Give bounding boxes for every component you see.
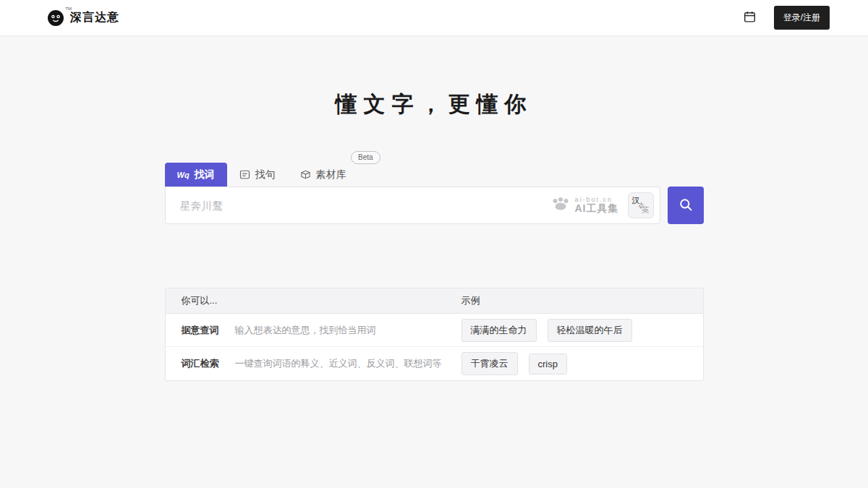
lang-toggle-button[interactable]: 汉 ⇄ 英 [628, 192, 654, 218]
feature-desc: 一键查询词语的释义、近义词、反义词、联想词等 [235, 357, 442, 370]
table-row: 据意查词 输入想表达的意思，找到恰当用词 满满的生命力 轻松温暖的午后 [166, 314, 703, 347]
hero-title: 懂文字，更懂你 [0, 90, 868, 119]
search-box: ai-bot.cn AI工具集 汉 ⇄ 英 [165, 187, 660, 224]
search-icon [678, 197, 693, 214]
watermark-text: ai-bot.cn AI工具集 [575, 197, 619, 214]
tab-find-sentence[interactable]: 找句 [227, 163, 288, 187]
header-capabilities: 你可以... [166, 294, 461, 307]
brand[interactable]: TM 深言达意 [47, 9, 119, 27]
search-section: Wq 找词 找句 [165, 163, 704, 381]
example-chip[interactable]: crisp [529, 354, 567, 374]
trademark-label: TM [65, 7, 72, 11]
brand-logo-icon: TM [47, 9, 64, 27]
header-examples: 示例 [461, 294, 703, 307]
material-library-icon [300, 169, 311, 180]
tab-material-library[interactable]: 素材库 Beta [288, 163, 359, 187]
tab-material-library-label: 素材库 [316, 168, 346, 181]
feature-name: 据意查词 [182, 324, 219, 337]
feature-name: 词汇检索 [182, 357, 219, 370]
paw-icon [550, 197, 571, 214]
example-chip[interactable]: 满满的生命力 [461, 319, 537, 342]
calendar-button[interactable] [742, 10, 758, 26]
calendar-icon [744, 11, 756, 25]
navbar: TM 深言达意 登录/注册 [0, 0, 868, 36]
search-row: ai-bot.cn AI工具集 汉 ⇄ 英 [165, 187, 704, 224]
find-sentence-icon [239, 169, 250, 180]
find-word-icon: Wq [177, 171, 190, 179]
table-header: 你可以... 示例 [166, 288, 703, 314]
help-table: 你可以... 示例 据意查词 输入想表达的意思，找到恰当用词 满满的生命力 轻松… [165, 288, 704, 381]
example-chip[interactable]: 干霄凌云 [461, 352, 518, 375]
aibot-watermark: ai-bot.cn AI工具集 [550, 197, 619, 214]
tab-find-word-label: 找词 [195, 168, 215, 181]
lang-to-label: 英 [642, 205, 650, 215]
nav-right: 登录/注册 [742, 6, 830, 30]
brand-name: 深言达意 [70, 10, 119, 25]
tab-find-word[interactable]: Wq 找词 [165, 163, 227, 187]
beta-badge: Beta [351, 151, 380, 164]
feature-desc: 输入想表达的意思，找到恰当用词 [235, 324, 376, 337]
tabs: Wq 找词 找句 [165, 163, 704, 187]
login-register-button[interactable]: 登录/注册 [774, 6, 830, 30]
tab-find-sentence-label: 找句 [255, 168, 276, 181]
main-content: 懂文字，更懂你 Wq 找词 找句 [0, 90, 868, 381]
search-button[interactable] [668, 187, 704, 224]
example-chip[interactable]: 轻松温暖的午后 [548, 319, 632, 342]
search-input[interactable] [166, 187, 550, 223]
table-row: 词汇检索 一键查询词语的释义、近义词、反义词、联想词等 干霄凌云 crisp [166, 347, 703, 380]
watermark-name: AI工具集 [575, 203, 619, 214]
